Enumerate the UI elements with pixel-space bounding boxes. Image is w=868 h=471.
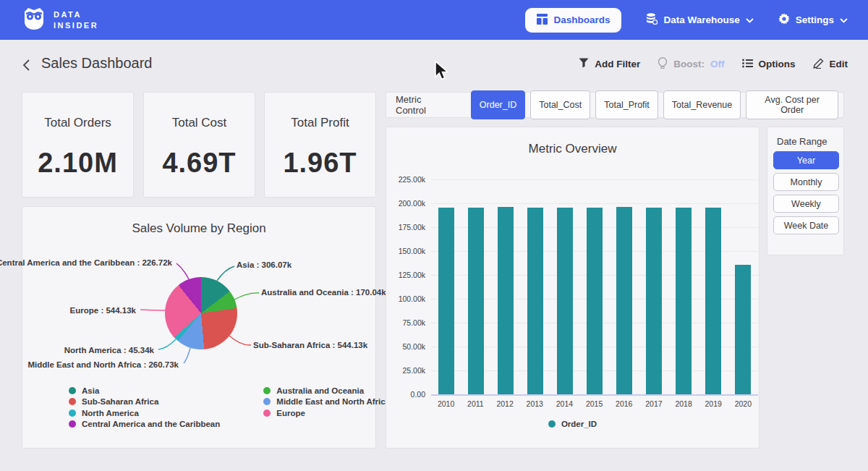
legend-item: Europe <box>263 407 390 419</box>
metric-option-order-id[interactable]: Order_ID <box>471 90 525 119</box>
boost-status: Off <box>710 59 725 69</box>
kpi-label: Total Cost <box>144 116 255 130</box>
pie-legend: AsiaSub-Saharan AfricaNorth AmericaCentr… <box>69 385 390 430</box>
boost-balloon-icon <box>658 57 668 71</box>
legend-dot <box>263 410 271 417</box>
pencil-icon <box>813 58 824 71</box>
metric-option-avg-cost-per-order[interactable]: Avg. Cost per Order <box>746 90 838 119</box>
brand-logo[interactable]: DATAINSIDER <box>22 7 98 33</box>
legend-dot <box>69 420 76 428</box>
x-tick-label: 2010 <box>438 399 454 408</box>
bar-2018[interactable] <box>676 208 692 394</box>
legend-dot <box>69 410 76 417</box>
pie-label-middle-east-north-africa: Middle East and North Africa : 260.73k <box>27 360 179 369</box>
sales-dashboard-app: DATAINSIDER Dashboards Data Warehouse <box>0 0 868 471</box>
x-axis-labels: 2010201120122013201420152016201720182019… <box>431 399 758 408</box>
kpi-card-total-profit: Total Profit 1.96T <box>264 92 376 198</box>
legend-item: Central America and the Caribbean <box>69 419 220 430</box>
y-tick-label: 50.00k <box>389 342 425 351</box>
bar-chart-legend: Order_ID <box>386 420 759 428</box>
legend-dot <box>69 387 76 394</box>
legend-item: Sub-Saharan Africa <box>69 396 220 408</box>
top-navbar: DATAINSIDER Dashboards Data Warehouse <box>0 0 868 40</box>
kpi-value: 1.96T <box>265 148 375 179</box>
legend-item: Middle East and North Africa <box>263 396 390 408</box>
y-tick-label: 75.00k <box>389 318 425 327</box>
bar-2010[interactable] <box>438 208 454 395</box>
date-range-option-week-date[interactable]: Week Date <box>773 216 839 234</box>
legend-item: Asia <box>69 385 220 396</box>
metric-option-total-cost[interactable]: Total_Cost <box>530 90 590 119</box>
chevron-down-icon <box>840 14 848 25</box>
nav-item-settings[interactable]: Settings <box>778 13 848 27</box>
gridline <box>431 394 758 396</box>
metric-option-total-profit[interactable]: Total_Profit <box>595 90 658 119</box>
bar-2015[interactable] <box>587 208 603 394</box>
y-tick-label: 200.00k <box>389 199 425 208</box>
x-tick-label: 2019 <box>705 399 722 408</box>
bar-2012[interactable] <box>498 207 514 395</box>
nav-actions: Dashboards Data Warehouse Settings <box>525 0 848 40</box>
bars-container <box>431 179 758 394</box>
add-filter-button[interactable]: Add Filter <box>579 58 640 70</box>
metric-control-label: Metric Control <box>396 94 454 116</box>
owl-logo-icon <box>22 7 46 33</box>
bar-2019[interactable] <box>705 208 721 395</box>
pie-label-sub-saharan-africa: Sub-Saharan Africa : 544.13k <box>253 341 367 349</box>
x-tick-label: 2020 <box>735 399 752 408</box>
bar-2017[interactable] <box>646 208 662 394</box>
metric-control-buttons: Order_IDTotal_CostTotal_ProfitTotal_Reve… <box>471 90 843 119</box>
metric-option-total-revenue[interactable]: Total_Revenue <box>663 90 741 119</box>
date-range-label: Date Range <box>777 136 827 147</box>
pie-chart[interactable] <box>165 277 237 349</box>
bar-2014[interactable] <box>557 208 573 394</box>
page-title: Sales Dashboard <box>41 55 152 72</box>
x-tick-label: 2013 <box>527 399 543 408</box>
y-tick-label: 25.00k <box>389 366 425 375</box>
date-range-option-monthly[interactable]: Monthly <box>773 173 839 191</box>
date-range-option-weekly[interactable]: Weekly <box>773 195 839 213</box>
options-button[interactable]: Options <box>742 59 796 70</box>
kpi-label: Total Orders <box>22 116 133 130</box>
filter-funnel-icon <box>579 58 589 70</box>
legend-item: Australia and Oceania <box>263 385 390 396</box>
kpi-card-total-orders: Total Orders 2.10M <box>22 92 134 198</box>
x-tick-label: 2014 <box>556 399 573 408</box>
x-tick-label: 2011 <box>467 399 484 408</box>
y-tick-label: 175.00k <box>389 223 425 232</box>
dashboards-button[interactable]: Dashboards <box>525 8 621 33</box>
boost-toggle[interactable]: Boost: Off <box>658 57 724 71</box>
x-tick-label: 2016 <box>616 399 632 408</box>
y-tick-label: 100.00k <box>389 294 425 303</box>
legend-dot <box>69 398 76 405</box>
pie-label-central-america-caribbean: Central America and the Caribbean : 226.… <box>0 258 172 267</box>
date-range-option-year[interactable]: Year <box>773 151 839 169</box>
kpi-card-total-cost: Total Cost 4.69T <box>143 92 255 198</box>
page-header: Sales Dashboard Add Filter Boost: Off Op… <box>0 40 868 92</box>
x-tick-label: 2017 <box>645 399 662 408</box>
bar-2020[interactable] <box>735 265 751 394</box>
y-tick-label: 125.00k <box>389 271 425 279</box>
y-tick-label: 225.00k <box>389 175 425 184</box>
x-tick-label: 2018 <box>675 399 692 408</box>
y-tick-label: 0.00 <box>389 390 425 399</box>
kpi-label: Total Profit <box>265 116 375 130</box>
database-icon <box>646 13 658 27</box>
back-button[interactable] <box>19 57 35 73</box>
legend-series-name: Order_ID <box>561 420 597 428</box>
list-options-icon <box>742 59 753 70</box>
y-tick-label: 150.00k <box>389 247 425 255</box>
bar-2013[interactable] <box>527 208 543 394</box>
legend-item: North America <box>69 407 220 419</box>
dashboards-grid-icon <box>537 14 548 27</box>
gear-icon <box>778 13 790 27</box>
pie-label-australia-oceania: Australia and Oceania : 170.04k <box>261 288 386 297</box>
bar-2016[interactable] <box>616 207 632 394</box>
date-range-panel: Date Range YearMonthlyWeeklyWeek Date <box>767 127 844 255</box>
legend-dot <box>263 387 271 394</box>
bar-chart-title: Metric Overview <box>386 142 759 156</box>
bar-2011[interactable] <box>468 208 484 394</box>
edit-button[interactable]: Edit <box>813 58 848 71</box>
nav-item-data-warehouse[interactable]: Data Warehouse <box>646 13 753 27</box>
bar-chart-plot <box>431 179 758 394</box>
